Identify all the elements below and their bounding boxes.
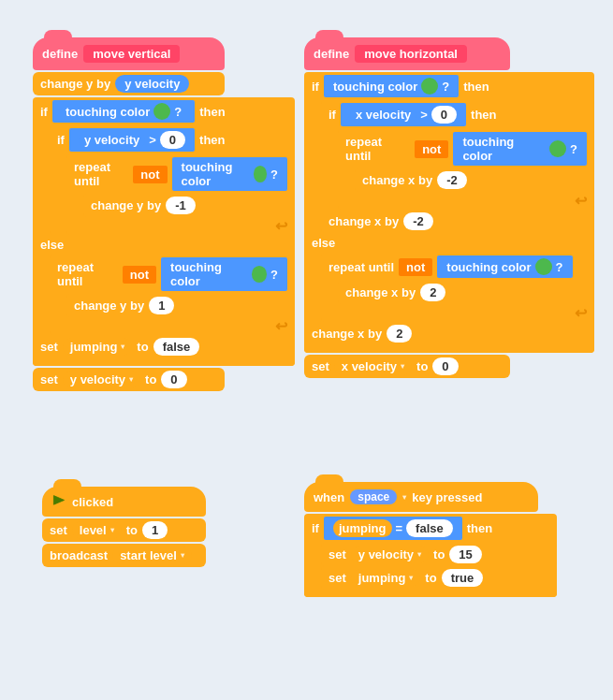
touching-color3-label: touching color (170, 260, 248, 288)
curve-arrow2: ↩ (50, 317, 295, 335)
repeat-until-r-label: repeat until (345, 135, 410, 163)
bottom-right-group: when space ▾ key pressed if jumping = fa… (304, 482, 557, 597)
if-label: if (40, 105, 48, 119)
not2-r-label: not (399, 258, 432, 276)
y-velocity-var-label: y velocity (70, 372, 125, 386)
start-level-val: start level (120, 548, 177, 562)
color-circle-r2 (549, 140, 566, 157)
svg-marker-0 (53, 496, 64, 505)
change-x-2-label: change x by (345, 285, 416, 299)
set-jumping-label: set (40, 340, 58, 354)
jumping-br-var2-reporter: jumping ▾ (351, 569, 421, 587)
color-circle-green (153, 103, 170, 120)
broadcast-label: broadcast (50, 548, 108, 562)
not-r-label: not (415, 140, 448, 158)
to2-label: to (145, 372, 156, 386)
neg2-val: -2 (437, 171, 467, 189)
y-velocity-cond-label: y velocity (84, 133, 139, 147)
color-circle3 (252, 266, 267, 283)
if-touching-color-r-outer: if touching color ? then if x velocity (304, 72, 594, 353)
x-velocity-var-label: x velocity (342, 359, 397, 373)
set-y-vel-br-label: set (328, 547, 346, 561)
set-x-vel-label: set (312, 359, 329, 373)
broadcast-start-level: broadcast start level ▾ (42, 544, 206, 567)
left-top-group: define move vertical change y by y veloc… (33, 37, 295, 391)
then-r-label: then (463, 80, 489, 94)
touching-color-r2-label: touching color (462, 135, 546, 163)
bottom-left-group: clicked set level ▾ to 1 broadcast start… (42, 487, 206, 567)
repeat-until2-r-label: repeat until (328, 260, 394, 274)
x-vel-reporter: x velocity (350, 106, 416, 124)
if2-label: if (57, 133, 65, 147)
level-var-reporter: level ▾ (72, 521, 122, 539)
change-x-2b-label: change x by (312, 327, 382, 341)
then-label: then (199, 105, 225, 119)
if-br-label: if (312, 521, 319, 535)
color-circle-r1 (421, 78, 438, 95)
if-end-cap-br (304, 590, 557, 597)
define-name: move vertical (83, 45, 180, 63)
color-circle-r3 (535, 258, 552, 275)
set-jumping-true: set jumping ▾ to true (321, 566, 557, 590)
change-x-neg2-label: change x by (362, 173, 432, 187)
set-y-vel-label: set (40, 372, 58, 386)
false-val: false (153, 338, 200, 356)
to2-br-label: to (425, 571, 436, 585)
jumping-br-var: jumping (339, 521, 387, 535)
y-vel-br-reporter: y velocity ▾ (351, 546, 429, 563)
then2-label: then (199, 133, 225, 147)
change-x-2: change x by 2 (338, 281, 594, 304)
define-name-r: move horizontal (355, 45, 467, 63)
y-velocity-label: y velocity (124, 77, 180, 91)
set-bl-label: set (50, 523, 67, 537)
change-x-neg2: change x by -2 (355, 168, 594, 192)
change-x-neg2b: change x by -2 (321, 210, 594, 233)
if2-r-label: if (328, 108, 336, 122)
to-br-label: to (433, 547, 445, 561)
jumping-br-var2: jumping (358, 571, 406, 585)
color-circle2 (254, 166, 268, 182)
define-move-vertical-hat: define move vertical (33, 37, 225, 70)
curve-arrow1: ↩ (66, 217, 295, 235)
dropdown-arrow2: ▾ (129, 375, 133, 384)
else-label: else (33, 235, 295, 255)
key-pressed-label: key pressed (412, 490, 482, 504)
repeat-until-neg1: repeat until not touching color ? change… (66, 154, 295, 235)
if-jumping-false: if jumping = false then set y velocity ▾ (304, 514, 557, 597)
dropdown-arrow-bl: ▾ (110, 526, 114, 534)
set-y-vel-15: set y velocity ▾ to 15 (321, 543, 557, 566)
x-velocity-label: x velocity (356, 108, 411, 122)
right-top-group: define move horizontal if touching color… (304, 37, 594, 378)
to-bl-label: to (126, 523, 138, 537)
change-y-by-label: change y by (40, 77, 110, 91)
neg1-val: -1 (166, 197, 196, 214)
zero-r-val2: 0 (432, 357, 458, 375)
zero-val: 0 (160, 131, 185, 149)
dropdown-arrow-br2: ▾ (417, 550, 421, 559)
greater-r-label: > (420, 108, 428, 122)
zero-val2: 0 (161, 371, 186, 388)
repeat-until-r-pos2: repeat until not touching color ? change… (321, 253, 594, 322)
not2-label: not (123, 266, 156, 284)
set-jumping-false: set jumping ▾ to false (33, 335, 295, 358)
false-br-val: false (406, 519, 453, 537)
dropdown-arrow1: ▾ (121, 343, 124, 351)
level-var-label: level (80, 523, 107, 537)
start-level-reporter: start level ▾ (112, 547, 192, 564)
define-move-horizontal-hat: define move horizontal (304, 37, 510, 70)
to-label: to (137, 340, 148, 354)
y-velocity-reporter: y velocity (115, 75, 189, 93)
when-space-key-hat: when space ▾ key pressed (304, 482, 538, 512)
set-jumping-br-label: set (328, 571, 346, 585)
change-y-by-block: change y by y velocity (33, 72, 225, 95)
space-key-badge: space (350, 489, 397, 504)
touching-color-r3-label: touching color (446, 260, 531, 274)
curve-arrow-r1: ↩ (338, 192, 594, 210)
change-y-1-label: change y by (74, 299, 144, 313)
fifteen-val: 15 (449, 546, 481, 563)
if-label-r: if (312, 80, 319, 94)
equals-br-label: = (396, 521, 403, 535)
greater-label: > (149, 133, 156, 147)
set-level-1: set level ▾ to 1 (42, 518, 206, 542)
jumping-var-reporter: jumping ▾ (63, 338, 133, 356)
